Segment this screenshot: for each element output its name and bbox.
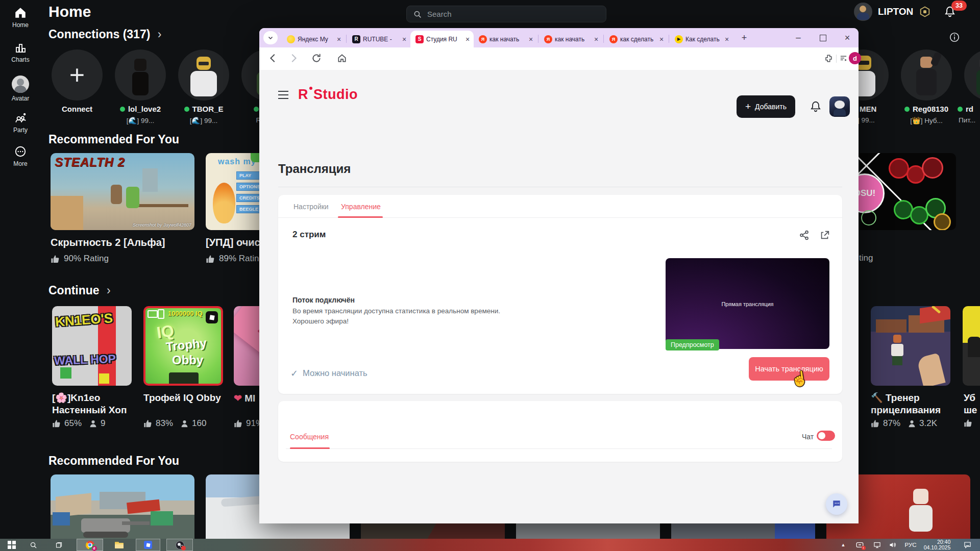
- tray-volume-icon[interactable]: [886, 539, 898, 551]
- action-center-button[interactable]: [960, 539, 975, 551]
- taskbar-roblox-studio-button[interactable]: [136, 539, 160, 551]
- game-card[interactable]: STEALTH 2 Screenshot by Jaywolf42807 Скр…: [51, 153, 194, 270]
- stream-preview-player[interactable]: Прямая трансляция: [666, 258, 829, 349]
- game-card[interactable]: KN1EO'S WALL HOP [🌸]Kn1eo Настенный Хоп …: [52, 306, 132, 434]
- close-window-button[interactable]: ×: [836, 28, 859, 47]
- game-title[interactable]: [🌸]Kn1eo Настенный Хоп: [52, 392, 132, 416]
- open-external-icon[interactable]: [819, 230, 830, 241]
- chat-toggle[interactable]: [817, 431, 835, 441]
- browser-tab-0[interactable]: Яндекс Му ×: [282, 31, 345, 47]
- minimize-button[interactable]: –: [787, 28, 810, 47]
- messages-underline: [290, 447, 330, 449]
- connection-avatar[interactable]: [115, 49, 166, 101]
- roblox-sidebar: Home Charts Avatar Party More: [0, 0, 41, 551]
- connect-button[interactable]: +: [52, 49, 103, 101]
- game-thumbnail: [963, 306, 980, 386]
- maximize-button[interactable]: [812, 28, 834, 47]
- notification-badge: 33: [951, 1, 967, 11]
- thumb-top: 1000000 IQ: [168, 310, 203, 317]
- home-icon[interactable]: [337, 53, 347, 63]
- connection-avatar[interactable]: [964, 49, 980, 101]
- tab-management[interactable]: Управление: [341, 203, 381, 211]
- browser-tab-1[interactable]: R RUTUBE - ×: [347, 31, 410, 47]
- connection-label[interactable]: rd: [958, 105, 973, 113]
- game-title[interactable]: Трофей IQ Obby: [143, 392, 223, 404]
- user-avatar[interactable]: [854, 3, 872, 21]
- game-card[interactable]: 1000000 IQ IQ Trophy Obby Трофей IQ Obby…: [143, 306, 223, 434]
- sidebar-item-charts[interactable]: Charts: [0, 42, 41, 63]
- studio-bell-icon[interactable]: [809, 99, 822, 114]
- start-stream-button[interactable]: Начать трансляцию: [749, 357, 829, 381]
- tab-close-icon[interactable]: ×: [400, 35, 408, 43]
- search-bar[interactable]: [406, 6, 606, 22]
- tray-network-icon[interactable]: [871, 539, 883, 551]
- date: 04.10.2025: [924, 545, 951, 550]
- search-input[interactable]: [426, 9, 600, 19]
- profile-avatar[interactable]: d: [849, 52, 861, 64]
- toggle-knob: [818, 432, 825, 439]
- back-icon[interactable]: [267, 53, 279, 64]
- info-icon[interactable]: [949, 32, 960, 43]
- language-indicator[interactable]: РУС: [902, 539, 919, 551]
- task-view-button[interactable]: [52, 539, 65, 551]
- tab-close-icon[interactable]: ×: [657, 35, 666, 43]
- browser-tab-4[interactable]: Я как начать ×: [539, 31, 602, 47]
- share-icon[interactable]: [799, 230, 810, 241]
- connection-avatar[interactable]: [178, 49, 229, 101]
- tab-close-icon[interactable]: ×: [592, 35, 600, 43]
- username[interactable]: LIPTON: [878, 6, 913, 17]
- sidebar-label: More: [0, 160, 41, 167]
- sidebar-item-avatar[interactable]: Avatar: [0, 76, 41, 102]
- game-card[interactable]: 🔨 Тренер прицеливания ... 87% 3.2K: [871, 306, 950, 434]
- taskbar-chrome-button[interactable]: d: [77, 539, 103, 551]
- tray-alert-icon[interactable]: !: [853, 539, 866, 551]
- online-dot: [904, 107, 910, 112]
- tab-settings[interactable]: Настройки: [293, 203, 329, 211]
- tray-expand-button[interactable]: ▲: [838, 539, 848, 551]
- studio-logo[interactable]: RStudio: [298, 87, 358, 103]
- connection-avatar[interactable]: [901, 49, 952, 101]
- header-divider: [278, 187, 842, 187]
- sidebar-item-party[interactable]: Party: [0, 111, 41, 134]
- browser-tab-2-active[interactable]: S Студия RU ×: [410, 31, 474, 47]
- start-button[interactable]: [5, 539, 18, 551]
- reload-icon[interactable]: [311, 53, 322, 63]
- avatar-icon: [12, 76, 29, 93]
- connection-label[interactable]: lol_love2: [109, 105, 172, 113]
- tab-close-icon[interactable]: ×: [723, 35, 731, 43]
- connection-label[interactable]: MEN: [860, 105, 876, 113]
- sidebar-item-more[interactable]: More: [0, 145, 41, 167]
- forward-icon[interactable]: [288, 53, 299, 64]
- game-title[interactable]: Скрытность 2 [Альфа]: [51, 236, 194, 249]
- new-tab-button[interactable]: +: [737, 31, 751, 44]
- continue-header[interactable]: Continue ›: [48, 284, 111, 297]
- game-title[interactable]: Уб ше: [964, 392, 980, 416]
- browser-tab-6[interactable]: ▶ Как сделать ×: [670, 31, 733, 47]
- hamburger-menu-icon[interactable]: [278, 90, 289, 99]
- tab-close-icon[interactable]: ×: [463, 35, 472, 43]
- taskbar-explorer-button[interactable]: [111, 539, 127, 551]
- browser-tab-5[interactable]: Я как сделать ×: [604, 31, 668, 47]
- robux-icon[interactable]: [919, 6, 931, 18]
- game-card[interactable]: Уб ше: [963, 306, 980, 434]
- add-button[interactable]: +Добавить: [737, 95, 795, 118]
- clock[interactable]: 20:4004.10.2025: [922, 539, 952, 551]
- browser-tab-3[interactable]: Я как начать ×: [474, 31, 537, 47]
- extensions-icon[interactable]: [824, 54, 834, 63]
- rutube-studio-icon: S: [415, 35, 424, 43]
- play-icon: ▶: [675, 35, 683, 43]
- tab-close-icon[interactable]: ×: [527, 35, 535, 43]
- tab-search-button[interactable]: [263, 31, 278, 44]
- connection-label[interactable]: Reg08130: [895, 105, 958, 113]
- taskbar-search-button[interactable]: [27, 539, 40, 551]
- taskbar-obs-button[interactable]: [166, 539, 193, 551]
- connection-label[interactable]: TBOR_E: [172, 105, 235, 113]
- tab-messages[interactable]: Сообщения: [290, 433, 329, 441]
- connections-header[interactable]: Connections (317) ›: [48, 28, 161, 41]
- media-list-icon[interactable]: [839, 54, 848, 63]
- connection-label[interactable]: Connect: [45, 105, 109, 113]
- studio-avatar[interactable]: [829, 96, 850, 117]
- tab-close-icon[interactable]: ×: [335, 35, 343, 43]
- sidebar-item-home[interactable]: Home: [0, 6, 41, 29]
- support-chat-button[interactable]: [826, 493, 847, 515]
